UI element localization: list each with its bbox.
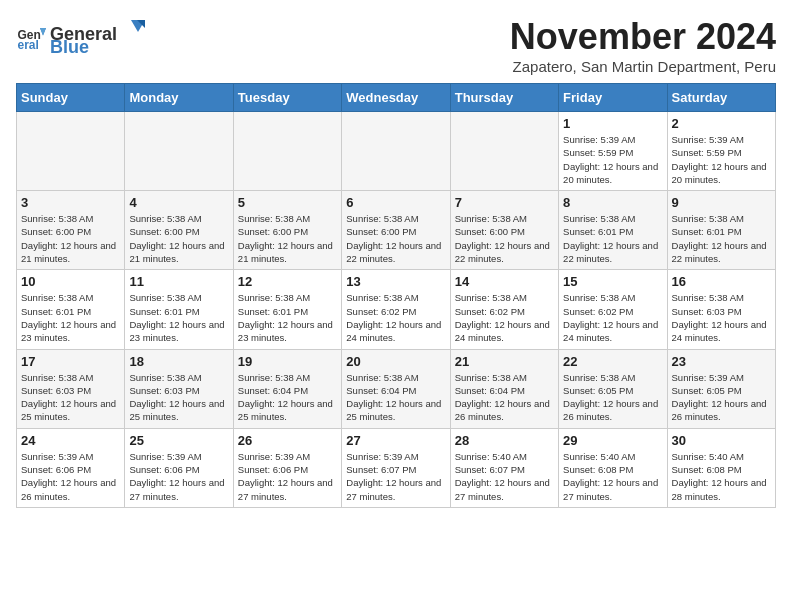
- day-of-week-header: Wednesday: [342, 84, 450, 112]
- calendar-cell: 14Sunrise: 5:38 AM Sunset: 6:02 PM Dayli…: [450, 270, 558, 349]
- calendar-week-row: 1Sunrise: 5:39 AM Sunset: 5:59 PM Daylig…: [17, 112, 776, 191]
- day-of-week-header: Friday: [559, 84, 667, 112]
- calendar-cell: 15Sunrise: 5:38 AM Sunset: 6:02 PM Dayli…: [559, 270, 667, 349]
- month-title: November 2024: [510, 16, 776, 58]
- day-info: Sunrise: 5:38 AM Sunset: 6:01 PM Dayligh…: [129, 291, 228, 344]
- day-number: 12: [238, 274, 337, 289]
- day-info: Sunrise: 5:38 AM Sunset: 6:04 PM Dayligh…: [455, 371, 554, 424]
- day-info: Sunrise: 5:39 AM Sunset: 5:59 PM Dayligh…: [563, 133, 662, 186]
- day-info: Sunrise: 5:39 AM Sunset: 6:05 PM Dayligh…: [672, 371, 771, 424]
- calendar-cell: 28Sunrise: 5:40 AM Sunset: 6:07 PM Dayli…: [450, 428, 558, 507]
- day-info: Sunrise: 5:40 AM Sunset: 6:08 PM Dayligh…: [563, 450, 662, 503]
- calendar-cell: 18Sunrise: 5:38 AM Sunset: 6:03 PM Dayli…: [125, 349, 233, 428]
- day-info: Sunrise: 5:38 AM Sunset: 6:00 PM Dayligh…: [238, 212, 337, 265]
- calendar-cell: 29Sunrise: 5:40 AM Sunset: 6:08 PM Dayli…: [559, 428, 667, 507]
- calendar-cell: 23Sunrise: 5:39 AM Sunset: 6:05 PM Dayli…: [667, 349, 775, 428]
- location-subtitle: Zapatero, San Martin Department, Peru: [510, 58, 776, 75]
- day-of-week-header: Sunday: [17, 84, 125, 112]
- day-info: Sunrise: 5:38 AM Sunset: 6:01 PM Dayligh…: [238, 291, 337, 344]
- day-number: 6: [346, 195, 445, 210]
- calendar-cell: 1Sunrise: 5:39 AM Sunset: 5:59 PM Daylig…: [559, 112, 667, 191]
- calendar-cell: [450, 112, 558, 191]
- svg-marker-3: [40, 28, 46, 36]
- calendar-cell: 22Sunrise: 5:38 AM Sunset: 6:05 PM Dayli…: [559, 349, 667, 428]
- day-info: Sunrise: 5:38 AM Sunset: 6:04 PM Dayligh…: [238, 371, 337, 424]
- calendar-cell: 7Sunrise: 5:38 AM Sunset: 6:00 PM Daylig…: [450, 191, 558, 270]
- day-info: Sunrise: 5:38 AM Sunset: 6:00 PM Dayligh…: [129, 212, 228, 265]
- day-number: 27: [346, 433, 445, 448]
- day-info: Sunrise: 5:38 AM Sunset: 6:00 PM Dayligh…: [21, 212, 120, 265]
- calendar-cell: 19Sunrise: 5:38 AM Sunset: 6:04 PM Dayli…: [233, 349, 341, 428]
- day-number: 18: [129, 354, 228, 369]
- day-number: 13: [346, 274, 445, 289]
- day-info: Sunrise: 5:39 AM Sunset: 6:07 PM Dayligh…: [346, 450, 445, 503]
- calendar-cell: [342, 112, 450, 191]
- day-number: 5: [238, 195, 337, 210]
- day-number: 28: [455, 433, 554, 448]
- logo-bird-icon: [117, 16, 145, 40]
- calendar-table: SundayMondayTuesdayWednesdayThursdayFrid…: [16, 83, 776, 508]
- calendar-cell: [17, 112, 125, 191]
- day-number: 9: [672, 195, 771, 210]
- day-info: Sunrise: 5:38 AM Sunset: 6:04 PM Dayligh…: [346, 371, 445, 424]
- day-of-week-header: Tuesday: [233, 84, 341, 112]
- calendar-cell: 16Sunrise: 5:38 AM Sunset: 6:03 PM Dayli…: [667, 270, 775, 349]
- logo: Gen eral General Blue: [16, 16, 145, 58]
- day-info: Sunrise: 5:40 AM Sunset: 6:08 PM Dayligh…: [672, 450, 771, 503]
- day-number: 17: [21, 354, 120, 369]
- day-number: 1: [563, 116, 662, 131]
- day-number: 22: [563, 354, 662, 369]
- day-info: Sunrise: 5:39 AM Sunset: 6:06 PM Dayligh…: [129, 450, 228, 503]
- calendar-cell: 4Sunrise: 5:38 AM Sunset: 6:00 PM Daylig…: [125, 191, 233, 270]
- day-number: 7: [455, 195, 554, 210]
- calendar-cell: 5Sunrise: 5:38 AM Sunset: 6:00 PM Daylig…: [233, 191, 341, 270]
- day-info: Sunrise: 5:38 AM Sunset: 6:02 PM Dayligh…: [563, 291, 662, 344]
- calendar-cell: 21Sunrise: 5:38 AM Sunset: 6:04 PM Dayli…: [450, 349, 558, 428]
- calendar-cell: 8Sunrise: 5:38 AM Sunset: 6:01 PM Daylig…: [559, 191, 667, 270]
- day-number: 3: [21, 195, 120, 210]
- day-info: Sunrise: 5:38 AM Sunset: 6:01 PM Dayligh…: [563, 212, 662, 265]
- calendar-cell: 3Sunrise: 5:38 AM Sunset: 6:00 PM Daylig…: [17, 191, 125, 270]
- calendar-cell: 26Sunrise: 5:39 AM Sunset: 6:06 PM Dayli…: [233, 428, 341, 507]
- day-info: Sunrise: 5:39 AM Sunset: 6:06 PM Dayligh…: [21, 450, 120, 503]
- day-of-week-header: Thursday: [450, 84, 558, 112]
- day-info: Sunrise: 5:38 AM Sunset: 6:02 PM Dayligh…: [346, 291, 445, 344]
- day-number: 30: [672, 433, 771, 448]
- calendar-cell: 11Sunrise: 5:38 AM Sunset: 6:01 PM Dayli…: [125, 270, 233, 349]
- calendar-cell: 13Sunrise: 5:38 AM Sunset: 6:02 PM Dayli…: [342, 270, 450, 349]
- calendar-cell: 25Sunrise: 5:39 AM Sunset: 6:06 PM Dayli…: [125, 428, 233, 507]
- calendar-header-row: SundayMondayTuesdayWednesdayThursdayFrid…: [17, 84, 776, 112]
- day-info: Sunrise: 5:38 AM Sunset: 6:05 PM Dayligh…: [563, 371, 662, 424]
- day-number: 19: [238, 354, 337, 369]
- day-info: Sunrise: 5:40 AM Sunset: 6:07 PM Dayligh…: [455, 450, 554, 503]
- calendar-week-row: 17Sunrise: 5:38 AM Sunset: 6:03 PM Dayli…: [17, 349, 776, 428]
- calendar-cell: 9Sunrise: 5:38 AM Sunset: 6:01 PM Daylig…: [667, 191, 775, 270]
- day-number: 21: [455, 354, 554, 369]
- calendar-cell: [125, 112, 233, 191]
- calendar-week-row: 10Sunrise: 5:38 AM Sunset: 6:01 PM Dayli…: [17, 270, 776, 349]
- day-of-week-header: Saturday: [667, 84, 775, 112]
- day-info: Sunrise: 5:38 AM Sunset: 6:03 PM Dayligh…: [21, 371, 120, 424]
- day-info: Sunrise: 5:38 AM Sunset: 6:03 PM Dayligh…: [129, 371, 228, 424]
- svg-text:eral: eral: [18, 38, 39, 52]
- day-number: 29: [563, 433, 662, 448]
- calendar-week-row: 3Sunrise: 5:38 AM Sunset: 6:00 PM Daylig…: [17, 191, 776, 270]
- day-info: Sunrise: 5:38 AM Sunset: 6:03 PM Dayligh…: [672, 291, 771, 344]
- logo-icon: Gen eral: [16, 22, 46, 52]
- day-number: 25: [129, 433, 228, 448]
- day-number: 15: [563, 274, 662, 289]
- day-info: Sunrise: 5:38 AM Sunset: 6:00 PM Dayligh…: [346, 212, 445, 265]
- day-number: 14: [455, 274, 554, 289]
- day-info: Sunrise: 5:38 AM Sunset: 6:00 PM Dayligh…: [455, 212, 554, 265]
- calendar-cell: 17Sunrise: 5:38 AM Sunset: 6:03 PM Dayli…: [17, 349, 125, 428]
- calendar-cell: 6Sunrise: 5:38 AM Sunset: 6:00 PM Daylig…: [342, 191, 450, 270]
- day-number: 10: [21, 274, 120, 289]
- calendar-cell: 20Sunrise: 5:38 AM Sunset: 6:04 PM Dayli…: [342, 349, 450, 428]
- day-number: 26: [238, 433, 337, 448]
- calendar-cell: 30Sunrise: 5:40 AM Sunset: 6:08 PM Dayli…: [667, 428, 775, 507]
- day-number: 11: [129, 274, 228, 289]
- day-number: 4: [129, 195, 228, 210]
- day-info: Sunrise: 5:38 AM Sunset: 6:01 PM Dayligh…: [21, 291, 120, 344]
- calendar-week-row: 24Sunrise: 5:39 AM Sunset: 6:06 PM Dayli…: [17, 428, 776, 507]
- day-number: 8: [563, 195, 662, 210]
